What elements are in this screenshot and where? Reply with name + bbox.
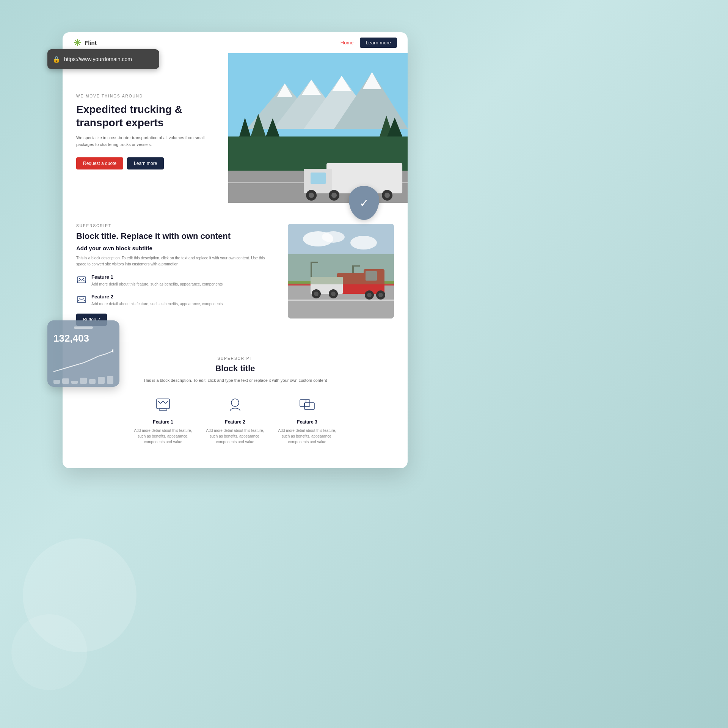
svg-point-50	[331, 292, 336, 296]
third-section-desc: This is a block description. To edit, cl…	[76, 377, 394, 384]
feature-item-1: Feature 1 Add more detail about this fea…	[76, 274, 273, 287]
svg-rect-55	[288, 254, 394, 284]
svg-rect-20	[311, 173, 326, 184]
second-image	[288, 224, 394, 318]
grid-feature2-title: Feature 2	[205, 419, 265, 425]
bg-decoration-2	[11, 614, 87, 690]
svg-point-52	[367, 293, 372, 297]
svg-point-34	[350, 236, 377, 249]
logo-text: Flint	[85, 39, 97, 46]
svg-rect-56	[157, 399, 169, 409]
feature1-desc: Add more detail about this feature, such…	[91, 281, 223, 287]
grid-feature3-desc: Add more detail about this feature, such…	[277, 428, 337, 445]
svg-point-58	[231, 399, 239, 406]
svg-rect-37	[288, 300, 394, 301]
hero-description: We specialize in cross-border transporta…	[76, 135, 215, 148]
check-icon: ✓	[359, 196, 369, 210]
feature2-icon	[76, 295, 87, 305]
stat-number: 132,403	[53, 333, 113, 344]
svg-rect-30	[77, 297, 86, 303]
svg-point-0	[112, 349, 113, 353]
grid-feature2-desc: Add more detail about this feature, such…	[205, 428, 265, 445]
second-section: SUPERSCRIPT Block title. Replace it with…	[63, 203, 408, 341]
hero-learn-more-button[interactable]: Learn more	[127, 157, 164, 169]
bar-4	[80, 378, 86, 384]
feature1-text: Feature 1 Add more detail about this fea…	[91, 274, 223, 287]
grid-feature1-title: Feature 1	[133, 419, 193, 425]
feature2-title: Feature 2	[91, 294, 223, 300]
logo-icon: ✳️	[73, 38, 82, 47]
url-text: https://www.yourdomain.com	[64, 56, 132, 62]
stats-card: 132,403	[47, 320, 119, 387]
third-section-title: Block title	[76, 364, 394, 373]
grid-feature3-title: Feature 3	[277, 419, 337, 425]
nav-right: Home Learn more	[340, 38, 397, 48]
svg-point-33	[322, 231, 345, 243]
second-left: SUPERSCRIPT Block title. Replace it with…	[76, 224, 273, 326]
svg-rect-29	[77, 277, 86, 283]
grid-feature-3: Feature 3 Add more detail about this fea…	[277, 395, 337, 445]
bar-1	[53, 380, 60, 384]
nav-learn-more-button[interactable]: Learn more	[360, 38, 397, 48]
lock-icon: 🔒	[53, 56, 60, 63]
hero-title: Expedited trucking & transport experts	[76, 103, 215, 129]
drag-handle	[74, 326, 93, 329]
chart-area	[53, 347, 113, 374]
hero-left: WE MOVE THINGS AROUND Expedited trucking…	[63, 53, 228, 203]
bar-6	[98, 377, 104, 384]
svg-rect-57	[159, 409, 167, 410]
bar-5	[89, 379, 96, 384]
bar-3	[71, 381, 78, 384]
second-block-title: Block title. Replace it with own content	[76, 231, 273, 242]
hero-eyebrow: WE MOVE THINGS AROUND	[76, 94, 215, 98]
third-eyebrow: SUPERSCRIPT	[76, 356, 394, 361]
second-block-desc: This is a block description. To edit thi…	[76, 255, 273, 267]
grid-icon-3	[298, 395, 317, 414]
grid-icon-2	[226, 395, 245, 414]
grid-feature-2: Feature 2 Add more detail about this fea…	[205, 395, 265, 445]
bar-2	[62, 378, 69, 384]
hero-buttons: Request a quote Learn more	[76, 157, 215, 169]
features-grid: Feature 1 Add more detail about this fea…	[76, 395, 394, 445]
svg-point-24	[331, 193, 337, 198]
grid-icon-1	[154, 395, 173, 414]
hero-section: WE MOVE THINGS AROUND Expedited trucking…	[63, 53, 408, 203]
second-block-subtitle: Add your own block subtitle	[76, 245, 273, 251]
second-eyebrow: SUPERSCRIPT	[76, 224, 273, 228]
feature1-icon	[76, 275, 87, 286]
feature-item-2: Feature 2 Add more detail about this fea…	[76, 294, 273, 307]
grid-feature1-desc: Add more detail about this feature, such…	[133, 428, 193, 445]
svg-point-48	[314, 292, 318, 296]
svg-point-22	[309, 193, 314, 198]
feature1-title: Feature 1	[91, 274, 223, 280]
site-logo: ✳️ Flint	[73, 38, 97, 47]
url-bar[interactable]: 🔒 https://www.yourdomain.com	[47, 49, 159, 69]
grid-feature-1: Feature 1 Add more detail about this fea…	[133, 395, 193, 445]
feature2-text: Feature 2 Add more detail about this fea…	[91, 294, 223, 307]
browser-window: ✳️ Flint Home Learn more WE MOVE THINGS …	[63, 32, 408, 468]
chart-bars	[53, 376, 113, 384]
nav-home-link[interactable]: Home	[340, 40, 354, 46]
feature2-desc: Add more detail about this feature, such…	[91, 301, 223, 307]
svg-point-28	[384, 193, 390, 198]
bar-7	[107, 376, 113, 384]
hero-image	[228, 53, 408, 203]
request-quote-button[interactable]: Request a quote	[76, 157, 123, 169]
svg-point-54	[378, 293, 383, 297]
